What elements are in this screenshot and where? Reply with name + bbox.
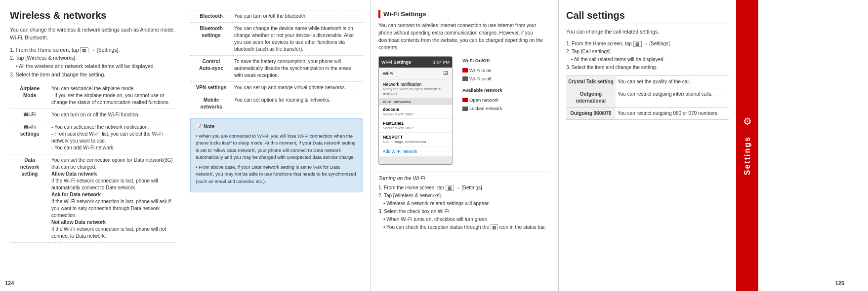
- open-network-item: Open network: [462, 96, 502, 104]
- wireless-step-3: 3. Select the item and change the settin…: [10, 71, 175, 79]
- note-title: 📝 Note: [196, 123, 358, 130]
- call-steps: 1. From the Home screen, tap ▦ → [Settin…: [566, 40, 729, 72]
- note-icon: 📝: [196, 123, 202, 130]
- wifi-intro: You can connect to wirelles internet con…: [378, 22, 551, 51]
- phone-network-fastlane: FastLane1 Secured with WEP: [379, 119, 452, 133]
- row-desc: You can change the device name while blu…: [232, 23, 363, 56]
- row-label: Mobilenetworks: [190, 94, 232, 113]
- table-row: Wi-Fisettings - You can set/cancel the n…: [10, 121, 175, 154]
- available-network-title: Available network: [462, 86, 502, 94]
- wifi-title: Wi-Fi Settings: [383, 10, 426, 18]
- call-step-3: 3. Select the item and change the settin…: [566, 64, 729, 72]
- phone-notification-item: Network notification Notify me when an o…: [379, 79, 452, 99]
- phone-screenshot: Wi-Fi Settings 1:04 PM Wi-Fi ☑ Network n…: [378, 56, 453, 165]
- phone-notification-sub: Notify me when an open network is availa…: [383, 87, 448, 96]
- wifi-step-3b: • You can check the reception status thr…: [378, 223, 551, 231]
- phone-header-time: 1:04 PM: [433, 60, 450, 65]
- row-desc: You can set the connection option for Da…: [49, 154, 175, 242]
- row-desc: You can restrict outgoing international …: [616, 88, 729, 107]
- phone-network-doocom: doocom Secured with WEP: [379, 105, 452, 119]
- wireless-step-2: 2. Tap [Wireless & networks].: [10, 54, 175, 62]
- wireless-title: Wireless & networks: [10, 10, 175, 21]
- table-row: Mobilenetworks You can set options for r…: [190, 94, 363, 113]
- settings-gear-icon: ⚙: [743, 115, 752, 127]
- row-label: ControlAuto-sync: [190, 56, 232, 82]
- wifi-onoff-title: Wi-Fi On/Off: [462, 56, 502, 65]
- table-row: VPN settings You can set up and mange vi…: [190, 82, 363, 94]
- open-network-icon: [462, 98, 468, 102]
- call-title: Call settings: [566, 10, 729, 24]
- row-label: Bluetoothsettings: [190, 23, 232, 56]
- table-row: Bluetooth You can turn on/off the blueto…: [190, 10, 363, 23]
- phone-networks-label: Wi-Fi networks: [379, 99, 452, 105]
- table-row: Datanetworksetting You can set the conne…: [10, 154, 175, 242]
- row-desc: You can restrict outgoing 060 or 070 num…: [616, 107, 729, 119]
- phone-wifi-label: Wi-Fi: [383, 71, 393, 76]
- row-desc: You can set/cancel the airplane mode.- I…: [49, 83, 175, 109]
- table-row: Crystal Talk setting You can set the qua…: [566, 75, 729, 88]
- row-desc: You can set options for roaming & networ…: [232, 94, 363, 113]
- call-table: Crystal Talk setting You can set the qua…: [566, 75, 729, 120]
- row-desc: You can set the quality of the call.: [616, 75, 729, 88]
- wifi-off-item: Wi-Fi is off: [462, 74, 502, 83]
- table-row: ControlAuto-sync To save the battery con…: [190, 56, 363, 82]
- row-desc: You can turn on or off the Wi-Fi functio…: [49, 109, 175, 121]
- row-label: Wi-Fi: [10, 109, 49, 121]
- row-desc: To save the battery consumption, your ph…: [232, 56, 363, 82]
- wifi-step-3a: • When Wi-Fi turns on, checkbox will tur…: [378, 216, 551, 223]
- row-label: VPN settings: [190, 82, 232, 94]
- wireless-step-2a: • All the wireless and network related i…: [10, 62, 175, 71]
- wifi-legend: Wi-Fi On/Off Wi-Fi is on Wi-Fi is off Av…: [462, 56, 502, 169]
- wifi-on-icon: [462, 68, 468, 73]
- wireless-section: Wireless & networks You can change the w…: [0, 0, 183, 291]
- section-divider: [378, 172, 551, 172]
- row-label: Datanetworksetting: [10, 154, 49, 242]
- row-label: Outgoing 060/070: [566, 107, 616, 119]
- phone-wifi-checkbox: ☑: [443, 70, 448, 76]
- bluetooth-table: Bluetooth You can turn on/off the blueto…: [190, 10, 363, 113]
- wifi-on-item: Wi-Fi is on: [462, 66, 502, 74]
- note-item-1: When you are connected to Wi-Fi, you wil…: [196, 133, 358, 161]
- table-row: Outgoing international You can restrict …: [566, 88, 729, 107]
- note-box: 📝 Note When you are connected to Wi-Fi, …: [190, 118, 363, 192]
- wifi-section-header: Wi-Fi Settings: [378, 10, 551, 18]
- wireless-intro: You can change the wireless & network se…: [10, 26, 175, 42]
- table-row: Bluetoothsettings You can change the dev…: [190, 23, 363, 56]
- row-desc: You can set up and mange virtual private…: [232, 82, 363, 94]
- locked-network-label: Locked network: [469, 104, 502, 112]
- phone-add-wifi: Add Wi-Fi network: [379, 146, 452, 156]
- bluetooth-section: Bluetooth You can turn on/off the blueto…: [183, 0, 371, 291]
- row-label: AirplaneMode: [10, 83, 49, 109]
- row-label: Outgoing international: [566, 88, 616, 107]
- turning-on-title: Turning on the Wi-Fi: [378, 175, 551, 181]
- row-desc: - You can set/cancel the network notific…: [49, 121, 175, 154]
- wifi-turning-on-steps: 1. From the Home screen, tap ▦ → [Settin…: [378, 184, 551, 231]
- row-label: Bluetooth: [190, 10, 232, 23]
- locked-network-icon: [462, 107, 468, 111]
- locked-network-item: Locked network: [462, 104, 502, 112]
- call-section: Call settings You can change the call re…: [558, 0, 736, 291]
- row-desc: You can turn on/off the bluetooth.: [232, 10, 363, 23]
- row-label: Wi-Fisettings: [10, 121, 49, 154]
- page-right-number: 125: [835, 280, 844, 286]
- note-item-2: From above case, if your Data network se…: [196, 164, 358, 185]
- open-network-label: Open network: [469, 96, 498, 104]
- phone-notification-label: Network notification: [383, 82, 448, 87]
- table-row: Wi-Fi You can turn on or off the Wi-Fi f…: [10, 109, 175, 121]
- table-row: Outgoing 060/070 You can restrict outgoi…: [566, 107, 729, 119]
- wifi-on-label: Wi-Fi is on: [469, 66, 492, 74]
- wireless-steps: 1. From the Home screen, tap ▦ → [Settin…: [10, 46, 175, 79]
- phone-screen-title: Wi-Fi Settings: [381, 60, 411, 65]
- settings-sidebar: ⚙ Settings: [736, 0, 758, 291]
- wireless-table: AirplaneMode You can set/cancel the airp…: [10, 83, 175, 243]
- phone-wifi-toggle: Wi-Fi ☑: [379, 68, 452, 79]
- call-intro: You can change the call related settings…: [566, 28, 729, 36]
- phone-header: Wi-Fi Settings 1:04 PM: [379, 57, 452, 68]
- phone-network-nespott: NESPOTT Not in range, remembered: [379, 133, 452, 146]
- page-left-number: 124: [5, 280, 14, 286]
- settings-tab-label: Settings: [743, 136, 752, 175]
- wifi-off-label: Wi-Fi is off: [469, 74, 492, 83]
- call-step-2a: • All the call related items will be dis…: [566, 56, 729, 64]
- call-step-2: 2. Tap [Call settings].: [566, 48, 729, 56]
- wifi-off-icon: [462, 76, 468, 81]
